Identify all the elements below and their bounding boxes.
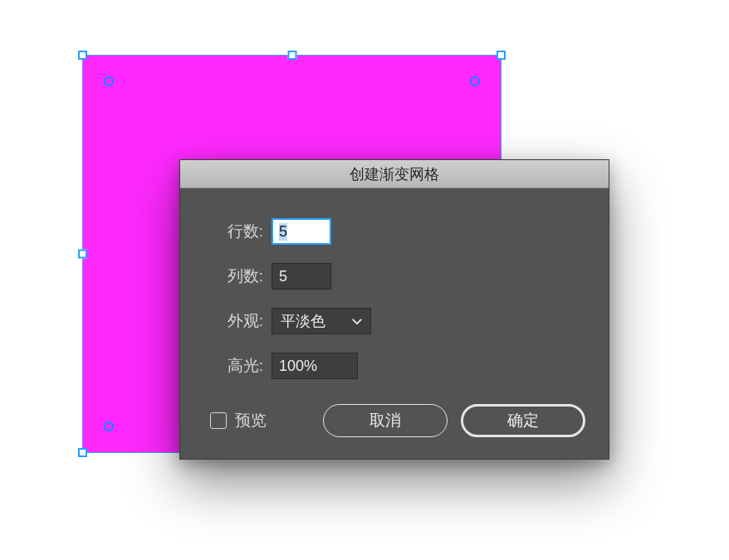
- highlight-label: 高光:: [210, 355, 263, 377]
- selection-handle-bottom-left[interactable]: [78, 448, 87, 457]
- cancel-button-label: 取消: [369, 411, 401, 429]
- highlight-input[interactable]: [272, 353, 358, 379]
- chevron-down-icon: [352, 319, 362, 325]
- selection-handle-middle-left[interactable]: [78, 250, 87, 259]
- mesh-anchor-bottom-left[interactable]: [104, 421, 114, 431]
- cancel-button[interactable]: 取消: [323, 404, 448, 437]
- ok-button-label: 确定: [507, 411, 539, 429]
- cols-label: 列数:: [210, 265, 263, 287]
- cols-input[interactable]: [272, 263, 331, 290]
- preview-checkbox[interactable]: 预览: [210, 410, 267, 431]
- appearance-label: 外观:: [210, 310, 263, 332]
- highlight-field-row: 高光:: [210, 353, 585, 379]
- appearance-select[interactable]: 平淡色: [272, 308, 371, 334]
- selection-handle-top-middle[interactable]: [287, 51, 296, 60]
- rows-label: 行数:: [210, 221, 263, 242]
- selection-handle-top-right[interactable]: [497, 51, 506, 60]
- checkbox-box-icon: [210, 412, 227, 429]
- dialog-titlebar[interactable]: 创建渐变网格: [180, 160, 609, 188]
- dialog-body: 行数: 列数: 外观: 平淡色 高光: 预览: [180, 188, 609, 459]
- dialog-footer: 预览 取消 确定: [210, 404, 585, 437]
- ok-button[interactable]: 确定: [461, 404, 585, 437]
- dialog-title: 创建渐变网格: [350, 164, 439, 184]
- mesh-anchor-top-left[interactable]: [104, 76, 114, 86]
- create-gradient-mesh-dialog: 创建渐变网格 行数: 列数: 外观: 平淡色 高光:: [179, 159, 609, 460]
- rows-field-row: 行数:: [210, 218, 585, 245]
- selection-handle-top-left[interactable]: [78, 51, 87, 60]
- cols-field-row: 列数:: [210, 263, 585, 290]
- appearance-field-row: 外观: 平淡色: [210, 308, 585, 334]
- preview-label: 预览: [235, 410, 267, 431]
- rows-input[interactable]: [272, 218, 331, 245]
- appearance-selected-value: 平淡色: [281, 311, 325, 331]
- mesh-anchor-top-right[interactable]: [470, 76, 480, 86]
